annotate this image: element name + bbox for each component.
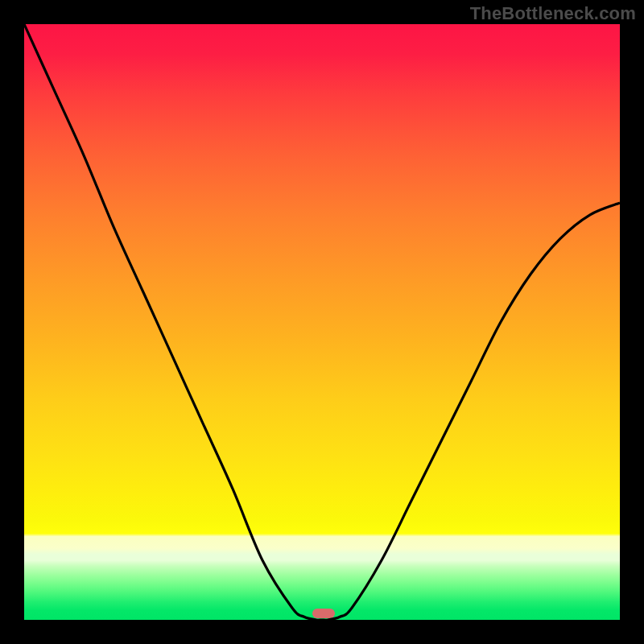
watermark-text: TheBottleneck.com bbox=[470, 3, 636, 24]
chart-frame: TheBottleneck.com bbox=[0, 0, 644, 644]
bottleneck-curve bbox=[24, 24, 620, 620]
curve-path bbox=[24, 24, 620, 620]
plot-area bbox=[24, 24, 620, 620]
